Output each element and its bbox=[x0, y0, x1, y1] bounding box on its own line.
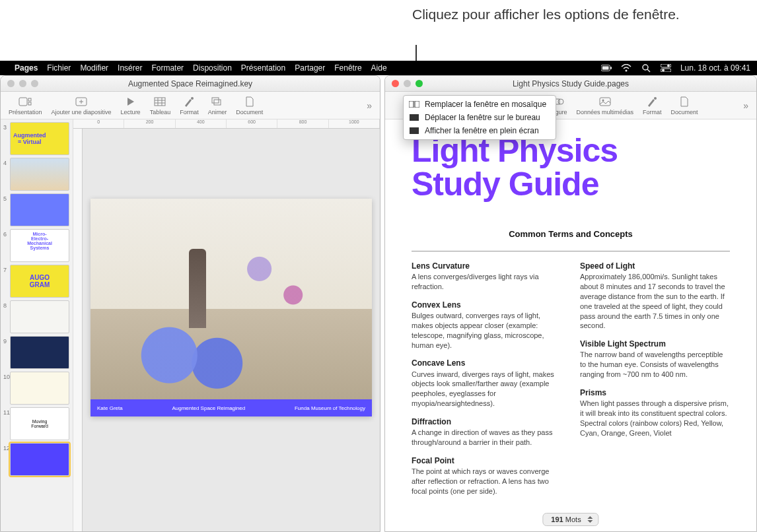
toolbar-more-icon[interactable]: » bbox=[739, 100, 752, 111]
column-1: Lens CurvatureA lens converges/diverges … bbox=[412, 261, 561, 504]
svg-point-22 bbox=[191, 97, 194, 100]
slide-thumbnail[interactable] bbox=[10, 336, 69, 369]
minimize-button[interactable] bbox=[404, 80, 411, 87]
svg-rect-11 bbox=[28, 98, 31, 101]
term: PrismsWhen light passes through a disper… bbox=[580, 387, 730, 438]
keynote-toolbar: Présentation Ajouter une diapositive Lec… bbox=[1, 92, 380, 119]
tb-animate[interactable]: Animer bbox=[204, 96, 231, 116]
term: Lens CurvatureA lens converges/diverges … bbox=[412, 261, 561, 292]
keynote-window: Augmented Space Reimagined.key Présentat… bbox=[0, 75, 380, 532]
menubar-datetime[interactable]: Lun. 18 oct. à 09:41 bbox=[680, 63, 750, 73]
svg-point-7 bbox=[667, 65, 670, 67]
svg-point-4 bbox=[643, 65, 648, 70]
menu-tile-window[interactable]: Remplacer la fenêtre en mosaïque bbox=[404, 98, 556, 111]
slide-thumbnail[interactable] bbox=[10, 158, 69, 191]
wifi-icon[interactable] bbox=[621, 63, 631, 73]
menu-tile-label: Remplacer la fenêtre en mosaïque bbox=[425, 100, 546, 109]
slide-footer-center: Augmented Space Reimagined bbox=[172, 405, 245, 411]
ruler-horizontal: 02004006008001000 bbox=[73, 119, 380, 129]
doc-h1: Light PhysicsStudy Guide bbox=[412, 134, 730, 201]
tb-document[interactable]: Document bbox=[667, 96, 702, 116]
slide-thumbnail[interactable] bbox=[10, 300, 69, 333]
svg-point-31 bbox=[654, 97, 657, 100]
fullscreen-button[interactable] bbox=[31, 80, 38, 87]
slide-thumbnail[interactable]: Micro-Electro-MechanicalSystems bbox=[10, 229, 69, 262]
keynote-titlebar[interactable]: Augmented Space Reimagined.key bbox=[1, 76, 380, 92]
svg-rect-34 bbox=[410, 114, 419, 121]
slide-footer: Kate Greta Augmented Space Reimagined Fu… bbox=[90, 399, 372, 416]
slide-thumbnail[interactable]: Augmented= Virtual bbox=[10, 122, 69, 155]
tb-format[interactable]: Format bbox=[176, 96, 203, 116]
window-options-menu: Remplacer la fenêtre en mosaïque Déplace… bbox=[403, 95, 556, 140]
fullscreen-button[interactable] bbox=[415, 80, 423, 87]
keynote-title: Augmented Space Reimagined.key bbox=[1, 79, 380, 88]
tb-table[interactable]: Tableau bbox=[146, 96, 175, 116]
menu-move-desktop[interactable]: Déplacer la fenêtre sur le bureau bbox=[404, 111, 556, 124]
slide-thumbnail[interactable] bbox=[10, 372, 69, 405]
pages-window: Light Physics Study Guide.pages Txte Fig… bbox=[384, 75, 757, 532]
svg-point-9 bbox=[662, 69, 665, 72]
term: Concave LensCurves inward, diverges rays… bbox=[412, 358, 561, 409]
pages-title: Light Physics Study Guide.pages bbox=[385, 79, 756, 88]
menu-formater[interactable]: Formater bbox=[151, 63, 184, 73]
toolbar-more-icon[interactable]: » bbox=[363, 100, 376, 111]
menu-fullscreen[interactable]: Afficher la fenêtre en plein écran bbox=[404, 124, 556, 137]
menu-partager[interactable]: Partager bbox=[295, 63, 325, 73]
fullscreen-icon bbox=[409, 127, 419, 135]
term: DiffractionA change in direction of wave… bbox=[412, 416, 561, 448]
svg-rect-2 bbox=[610, 67, 612, 69]
slide-thumbnails[interactable]: 3Augmented= Virtual456Micro-Electro-Mech… bbox=[1, 119, 73, 531]
tb-add-slide[interactable]: Ajouter une diapositive bbox=[48, 96, 116, 116]
svg-point-30 bbox=[602, 99, 604, 101]
svg-rect-24 bbox=[212, 98, 219, 103]
menubar-app[interactable]: Pages bbox=[15, 63, 38, 73]
spotlight-icon[interactable] bbox=[641, 63, 651, 73]
tb-media[interactable]: Données multimédias bbox=[573, 96, 638, 116]
svg-rect-17 bbox=[155, 98, 165, 106]
menu-disposition[interactable]: Disposition bbox=[193, 63, 232, 73]
menu-modifier[interactable]: Modifier bbox=[80, 63, 108, 73]
tb-play[interactable]: Lecture bbox=[117, 96, 145, 116]
word-count[interactable]: 191 Mots bbox=[542, 513, 598, 526]
svg-rect-33 bbox=[415, 101, 419, 108]
menu-move-label: Déplacer la fenêtre sur le bureau bbox=[425, 113, 540, 122]
menu-presentation[interactable]: Présentation bbox=[241, 63, 285, 73]
menu-inserer[interactable]: Insérer bbox=[118, 63, 142, 73]
term: Focal PointThe point at which rays or wa… bbox=[412, 455, 561, 496]
tb-presentation[interactable]: Présentation bbox=[5, 96, 46, 116]
slide-thumbnail[interactable]: MovingForward bbox=[10, 407, 69, 440]
slide-canvas[interactable]: 02004006008001000 Kate Greta Augmented S… bbox=[73, 119, 380, 531]
slide-thumbnail[interactable] bbox=[10, 193, 69, 226]
slide-thumbnail[interactable]: AUGOGRAM bbox=[10, 265, 69, 298]
menubar: Pages Fichier Modifier Insérer Formater … bbox=[0, 61, 757, 75]
tile-icon bbox=[409, 100, 419, 108]
column-2: Speed of LightApproximately 186,000mi/s.… bbox=[580, 261, 730, 504]
menu-fenetre[interactable]: Fenêtre bbox=[334, 63, 361, 73]
svg-rect-32 bbox=[409, 101, 414, 108]
pages-titlebar[interactable]: Light Physics Study Guide.pages bbox=[385, 76, 756, 92]
term: Convex LensBulges outward, converges ray… bbox=[412, 300, 561, 350]
svg-point-28 bbox=[558, 99, 563, 104]
document-body[interactable]: Light PhysicsStudy Guide Common Terms an… bbox=[385, 119, 756, 531]
tb-format[interactable]: Format bbox=[639, 96, 666, 116]
svg-marker-16 bbox=[127, 98, 134, 106]
svg-line-5 bbox=[647, 69, 650, 72]
svg-rect-1 bbox=[602, 66, 609, 69]
battery-icon[interactable] bbox=[601, 63, 612, 73]
current-slide[interactable]: Kate Greta Augmented Space Reimagined Fu… bbox=[90, 199, 372, 416]
minimize-button[interactable] bbox=[19, 80, 26, 87]
control-center-icon[interactable] bbox=[661, 63, 671, 73]
term: Visible Light SpectrumThe narrow band of… bbox=[580, 339, 730, 380]
slide-thumbnail[interactable] bbox=[10, 443, 69, 476]
tb-document[interactable]: Document bbox=[232, 96, 267, 116]
svg-rect-12 bbox=[28, 102, 31, 105]
svg-point-3 bbox=[625, 70, 627, 72]
ruler-vertical bbox=[73, 129, 83, 531]
close-button[interactable] bbox=[7, 80, 15, 87]
menu-aide[interactable]: Aide bbox=[371, 63, 387, 73]
menu-fichier[interactable]: Fichier bbox=[47, 63, 71, 73]
callout-text: Cliquez pour afficher les options de fen… bbox=[412, 5, 680, 23]
close-button[interactable] bbox=[392, 80, 399, 87]
svg-rect-35 bbox=[410, 127, 419, 134]
doc-rule bbox=[412, 251, 730, 251]
